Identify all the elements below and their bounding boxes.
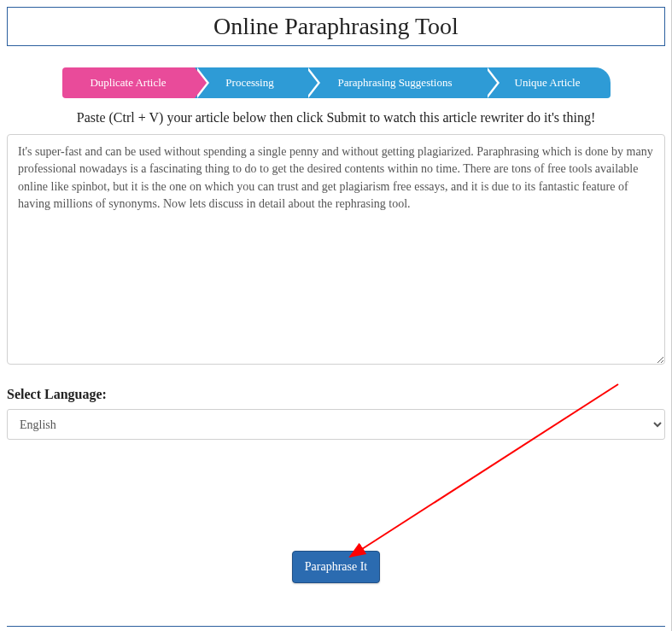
article-textarea-wrap xyxy=(7,134,665,368)
page-title-box: Online Paraphrasing Tool xyxy=(7,7,665,46)
step-label: Duplicate Article xyxy=(90,76,166,90)
step-label: Processing xyxy=(225,76,273,90)
step-label: Paraphrasing Suggestions xyxy=(338,76,453,90)
step-label: Unique Article xyxy=(515,76,581,90)
language-label: Select Language: xyxy=(7,387,665,402)
step-duplicate-article[interactable]: Duplicate Article xyxy=(62,67,195,98)
step-processing[interactable]: Processing xyxy=(195,67,306,98)
language-select-wrap: English xyxy=(7,409,665,440)
page-title: Online Paraphrasing Tool xyxy=(8,13,664,40)
bottom-panel-border xyxy=(7,626,665,629)
step-paraphrasing-suggestions[interactable]: Paraphrasing Suggestions xyxy=(306,67,485,98)
instruction-text: Paste (Ctrl + V) your article below then… xyxy=(5,110,667,126)
progress-steps: Duplicate Article Processing Paraphrasin… xyxy=(62,67,611,98)
article-textarea[interactable] xyxy=(7,134,665,365)
language-select[interactable]: English xyxy=(7,409,665,440)
paraphrase-button[interactable]: Paraphrase It xyxy=(292,551,380,583)
step-unique-article[interactable]: Unique Article xyxy=(485,67,611,98)
